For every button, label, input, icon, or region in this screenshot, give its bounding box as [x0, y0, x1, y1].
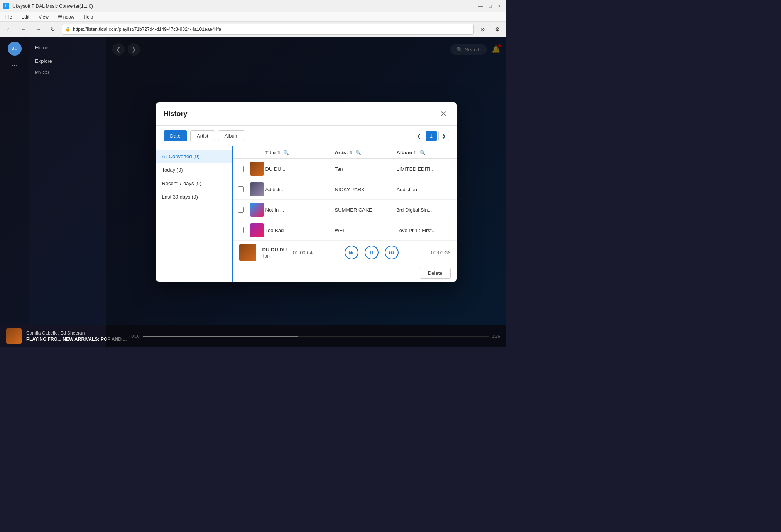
- window-controls: — □ ✕: [477, 2, 503, 10]
- tab-date[interactable]: Date: [164, 130, 187, 141]
- maximize-button[interactable]: □: [486, 2, 494, 10]
- main-content: ❮ ❯ 🔍 Search 🔔: [106, 37, 506, 347]
- col-artist: Artist ⇅ 🔍: [335, 150, 397, 155]
- menu-edit[interactable]: Edit: [20, 13, 31, 20]
- nav-last-30days[interactable]: Last 30 days (9): [156, 190, 232, 204]
- table-row: Too Bad WEi Love Pt.1 : First... 00:03:1…: [233, 220, 457, 241]
- nav-all-converted[interactable]: All Converted (9): [156, 150, 232, 163]
- nav-today[interactable]: Today (9): [156, 163, 232, 177]
- modal-close-button[interactable]: ✕: [438, 108, 449, 119]
- modal-title: History: [164, 110, 188, 118]
- player-info: DU DU DU Tan: [262, 247, 287, 259]
- row-2-album: Addiction: [397, 187, 457, 192]
- menu-help[interactable]: Help: [82, 13, 95, 20]
- table-row: Not In ... SUMMER CAKE 3rd Digital Sin..…: [233, 200, 457, 220]
- left-nav: Home Explore MY CO...: [29, 37, 106, 347]
- history-button[interactable]: ⊙: [477, 24, 489, 35]
- table-row: DU DU... Tan LIMITED EDITI... 00:03:37 ▐…: [233, 159, 457, 179]
- player-title: DU DU DU: [262, 247, 287, 253]
- player-next-button[interactable]: ⏭: [385, 246, 399, 259]
- app-icon: U: [3, 3, 9, 9]
- menubar: File Edit View Window Help: [0, 12, 506, 22]
- address-bar[interactable]: 🔒 https://listen.tidal.com/playlist/71b7…: [62, 24, 474, 35]
- page-1-button[interactable]: 1: [426, 131, 437, 141]
- row-1-checkbox[interactable]: [238, 166, 244, 172]
- row-4-album: Love Pt.1 : First...: [397, 227, 457, 233]
- sidebar-more[interactable]: ···: [12, 62, 17, 69]
- modal-body: All Converted (9) Today (9) Recent 7 day…: [156, 146, 457, 282]
- modal-header: History ✕: [156, 102, 457, 126]
- table-row: Addicti... NICKY PARK Addiction 00:03:13…: [233, 179, 457, 200]
- bottom-thumbnail: [6, 328, 22, 344]
- minimize-button[interactable]: —: [477, 2, 485, 10]
- forward-button[interactable]: →: [32, 24, 44, 35]
- player-current-time: 00:00:04: [293, 250, 313, 256]
- page-prev-button[interactable]: ❮: [414, 131, 424, 141]
- modal-footer: Delete: [233, 264, 457, 282]
- settings-button[interactable]: ⚙: [492, 24, 503, 35]
- row-4-title: Too Bad: [265, 227, 335, 233]
- home-button[interactable]: ⌂: [3, 24, 15, 35]
- modal-tabs: Date Artist Album ❮ 1 ❯: [156, 126, 457, 146]
- row-1-album: LIMITED EDITI...: [397, 166, 457, 172]
- player-controls: ⏮ ⏸ ⏭: [319, 246, 425, 259]
- row-3-title: Not In ...: [265, 207, 335, 213]
- title-search-icon[interactable]: 🔍: [283, 150, 289, 155]
- refresh-button[interactable]: ↻: [47, 24, 59, 35]
- pagination: ❮ 1 ❯: [414, 131, 449, 141]
- nav-explore[interactable]: Explore: [29, 55, 106, 67]
- row-4-artist: WEi: [335, 227, 397, 233]
- row-3-album: 3rd Digital Sin...: [397, 207, 457, 213]
- back-button[interactable]: ←: [18, 24, 29, 35]
- nav-home[interactable]: Home: [29, 42, 106, 54]
- row-1-artist: Tan: [335, 166, 397, 172]
- page-next-button[interactable]: ❯: [438, 131, 449, 141]
- row-3-thumbnail: [250, 203, 264, 217]
- tab-album[interactable]: Album: [218, 130, 245, 141]
- menu-window[interactable]: Window: [56, 13, 76, 20]
- history-modal: History ✕ Date Artist Album ❮ 1 ❯: [156, 102, 457, 282]
- col-album: Album ⇅ 🔍: [397, 150, 457, 155]
- lock-icon: 🔒: [65, 27, 71, 32]
- modal-overlay: History ✕ Date Artist Album ❮ 1 ❯: [106, 37, 506, 347]
- app-background: ZL ··· Home Explore MY CO... ❮ ❯ 🔍 Searc…: [0, 37, 506, 347]
- url-text: https://listen.tidal.com/playlist/71b727…: [73, 27, 470, 32]
- sidebar: ZL ···: [0, 37, 29, 347]
- row-1-thumbnail: [250, 162, 264, 176]
- window-title: Ukeysoft TIDAL Music Converter(1.1.0): [12, 3, 474, 9]
- close-button[interactable]: ✕: [495, 2, 503, 10]
- nav-recent-7days[interactable]: Recent 7 days (9): [156, 177, 232, 190]
- modal-sidebar-nav: All Converted (9) Today (9) Recent 7 day…: [156, 146, 233, 282]
- table-body: DU DU... Tan LIMITED EDITI... 00:03:37 ▐…: [233, 159, 457, 241]
- album-sort-icon[interactable]: ⇅: [414, 150, 417, 155]
- row-3-artist: SUMMER CAKE: [335, 207, 397, 213]
- artist-search-icon[interactable]: 🔍: [355, 150, 361, 155]
- modal-player-bar: DU DU DU Tan 00:00:04 ⏮ ⏸ ⏭ 00:03:36: [233, 241, 457, 264]
- menu-view[interactable]: View: [37, 13, 50, 20]
- player-total-time: 00:03:36: [431, 250, 451, 256]
- row-2-checkbox[interactable]: [238, 186, 244, 192]
- titlebar: U Ukeysoft TIDAL Music Converter(1.1.0) …: [0, 0, 506, 12]
- title-sort-icon[interactable]: ⇅: [277, 150, 280, 155]
- menu-file[interactable]: File: [3, 13, 14, 20]
- row-4-thumbnail: [250, 223, 264, 237]
- row-1-title: DU DU...: [265, 166, 335, 172]
- player-pause-button[interactable]: ⏸: [365, 246, 379, 259]
- row-4-checkbox[interactable]: [238, 227, 244, 233]
- tab-artist[interactable]: Artist: [190, 130, 215, 141]
- delete-all-button[interactable]: Delete: [420, 268, 451, 279]
- table-header: Title ⇅ 🔍 Artist ⇅ 🔍 A: [233, 146, 457, 159]
- player-thumbnail: [239, 244, 256, 261]
- player-prev-button[interactable]: ⏮: [345, 246, 358, 259]
- modal-table-area: Title ⇅ 🔍 Artist ⇅ 🔍 A: [233, 146, 457, 282]
- row-2-thumbnail: [250, 182, 264, 196]
- row-2-artist: NICKY PARK: [335, 187, 397, 192]
- artist-sort-icon[interactable]: ⇅: [349, 150, 352, 155]
- row-3-checkbox[interactable]: [238, 207, 244, 213]
- toolbar: ⌂ ← → ↻ 🔒 https://listen.tidal.com/playl…: [0, 22, 506, 37]
- album-search-icon[interactable]: 🔍: [420, 150, 426, 155]
- nav-my-collection: MY CO...: [29, 69, 106, 76]
- col-title: Title ⇅ 🔍: [265, 150, 335, 155]
- player-artist: Tan: [262, 253, 287, 259]
- row-2-title: Addicti...: [265, 187, 335, 192]
